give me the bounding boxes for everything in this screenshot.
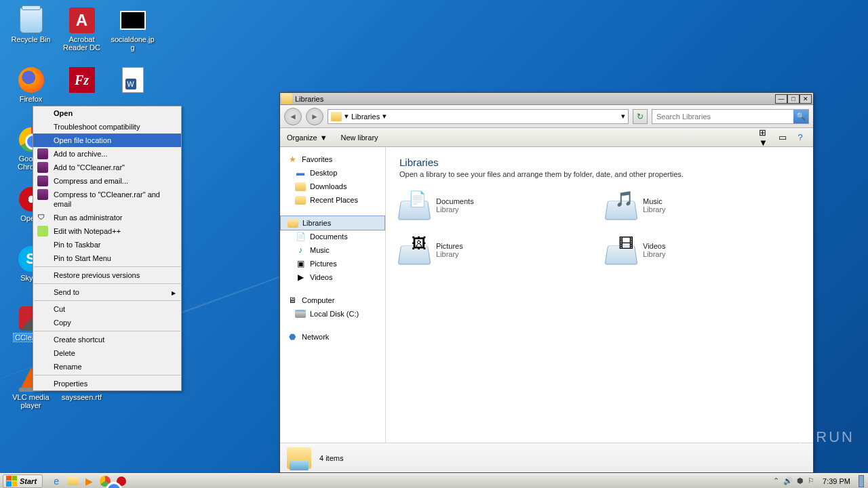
menu-item[interactable]: Rename — [33, 360, 181, 373]
nav-network[interactable]: ⬣Network — [280, 330, 385, 344]
nav-desktop[interactable]: ▬Desktop — [280, 166, 385, 180]
desktop[interactable]: Recycle Bin AAcrobat Reader DC socialdon… — [0, 0, 868, 473]
menu-item[interactable]: Open file location — [33, 134, 181, 147]
nav-local-disk[interactable]: Local Disk (C:) — [280, 307, 385, 321]
library-name: Videos — [643, 242, 666, 250]
chevron-down-icon: ▼ — [320, 134, 328, 142]
menu-item[interactable]: Troubleshoot compatibility — [33, 120, 181, 134]
filezilla-icon: Fz — [69, 67, 95, 93]
system-tray: ⌃ 🔊 ⬢ ⚐ 7:39 PM — [769, 475, 868, 487]
preview-pane-button[interactable]: ▭ — [776, 131, 789, 144]
menu-item[interactable]: Compress and email... — [33, 174, 181, 188]
menu-item[interactable]: Delete — [33, 346, 181, 360]
taskbar-media[interactable]: ▶ — [82, 475, 96, 487]
help-button[interactable]: ? — [794, 131, 806, 144]
maximize-button[interactable]: □ — [787, 94, 800, 104]
search-box[interactable]: 🔍 — [652, 109, 809, 124]
menu-item[interactable]: Add to archive... — [33, 147, 181, 161]
desktop-icon-acrobat[interactable]: AAcrobat Reader DC — [56, 5, 107, 60]
refresh-button[interactable]: ↻ — [633, 109, 648, 124]
nav-favorites[interactable]: ★Favorites — [280, 152, 385, 166]
nav-music[interactable]: ♪Music — [280, 243, 385, 257]
taskbar: Start e ▶ ⌃ 🔊 ⬢ ⚐ 7:39 PM — [0, 473, 868, 488]
menu-item[interactable]: Cut — [33, 302, 181, 316]
nav-documents[interactable]: 📄Documents — [280, 230, 385, 243]
network-icon: ⬣ — [287, 331, 298, 342]
minimize-button[interactable]: — — [775, 94, 787, 104]
title-bar[interactable]: Libraries — □ ✕ — [280, 93, 813, 105]
library-icon: 🖼 — [399, 235, 429, 265]
show-desktop-button[interactable] — [859, 475, 864, 487]
music-icon: ♪ — [295, 245, 306, 256]
rar-icon — [37, 189, 48, 200]
menu-item[interactable]: Pin to Taskbar — [33, 238, 181, 251]
tray-icon[interactable]: ⬢ — [797, 476, 804, 485]
folder-icon — [67, 476, 78, 485]
library-icon: 🎞 — [606, 235, 636, 265]
library-music[interactable]: 🎵MusicLibrary — [606, 190, 800, 220]
nav-videos[interactable]: ▶Videos — [280, 270, 385, 284]
view-options-button[interactable]: ⊞ ▼ — [759, 131, 771, 144]
taskbar-chrome[interactable] — [98, 475, 112, 487]
npp-icon — [37, 226, 48, 237]
nav-recent[interactable]: Recent Places — [280, 193, 385, 207]
search-button[interactable]: 🔍 — [793, 110, 808, 123]
menu-item[interactable]: Send to▶ — [33, 285, 181, 299]
folder-icon — [295, 182, 306, 191]
taskbar-explorer[interactable] — [66, 475, 79, 487]
star-icon: ★ — [287, 154, 298, 165]
windows-logo-icon — [6, 476, 17, 487]
desktop-icon-socialdone[interactable]: socialdone.jpg — [107, 5, 158, 60]
desktop-icon-recycle-bin[interactable]: Recycle Bin — [5, 5, 56, 60]
address-bar[interactable]: ▾ Libraries ▾ ▾ — [328, 109, 629, 124]
menu-item[interactable]: Create shortcut — [33, 333, 181, 346]
nav-computer[interactable]: 🖥Computer — [280, 293, 385, 307]
menu-item[interactable]: Compress to "CCleaner.rar" and email — [33, 188, 181, 211]
start-button[interactable]: Start — [3, 474, 43, 488]
libraries-icon — [288, 219, 298, 228]
menu-item[interactable]: Restore previous versions — [33, 268, 181, 282]
back-button[interactable]: ◄ — [284, 108, 302, 125]
menu-item[interactable]: Open — [33, 106, 181, 120]
clock[interactable]: 7:39 PM — [818, 477, 854, 485]
folder-icon — [281, 94, 292, 104]
breadcrumb[interactable]: Libraries — [351, 113, 380, 121]
volume-icon[interactable]: 🔊 — [783, 476, 793, 485]
menu-item[interactable]: Properties — [33, 377, 181, 390]
library-type: Library — [436, 205, 474, 214]
menu-item[interactable]: Copy — [33, 316, 181, 329]
window-title: Libraries — [295, 95, 775, 103]
flag-icon[interactable]: ⚐ — [808, 476, 814, 485]
menu-item[interactable]: Pin to Start Menu — [33, 251, 181, 265]
status-text: 4 items — [319, 454, 343, 462]
rar-icon — [37, 148, 48, 159]
taskbar-ie[interactable]: e — [50, 475, 63, 487]
close-button[interactable]: ✕ — [800, 94, 812, 104]
explorer-window: Libraries — □ ✕ ◄ ► ▾ Libraries ▾ ▾ ↻ 🔍 — [279, 92, 814, 473]
menu-separator — [34, 266, 180, 267]
nav-libraries[interactable]: Libraries — [280, 216, 385, 230]
library-videos[interactable]: 🎞VideosLibrary — [606, 235, 800, 265]
recycle-bin-icon — [20, 7, 43, 33]
search-input[interactable] — [652, 113, 793, 121]
pictures-icon: ▣ — [295, 258, 306, 269]
menu-item[interactable]: Add to "CCleaner.rar" — [33, 161, 181, 174]
nav-pictures[interactable]: ▣Pictures — [280, 257, 385, 270]
new-library-button[interactable]: New library — [341, 134, 378, 142]
play-icon — [800, 430, 810, 444]
library-documents[interactable]: 📄DocumentsLibrary — [399, 190, 593, 220]
desktop-icon: ▬ — [295, 167, 306, 178]
folder-icon — [331, 112, 342, 121]
library-type: Library — [436, 250, 463, 258]
menu-item[interactable]: Run as administrator🛡 — [33, 211, 181, 224]
forward-button[interactable]: ► — [306, 108, 323, 125]
nav-downloads[interactable]: Downloads — [280, 180, 385, 193]
chevron-down-icon[interactable]: ▾ — [621, 112, 625, 121]
library-pictures[interactable]: 🖼PicturesLibrary — [399, 235, 593, 265]
tray-expand-icon[interactable]: ⌃ — [773, 476, 779, 485]
organize-menu[interactable]: Organize ▼ — [287, 134, 328, 142]
content-heading: Libraries — [399, 157, 800, 168]
menu-separator — [34, 331, 180, 331]
firefox-icon — [18, 67, 44, 93]
menu-item[interactable]: Edit with Notepad++ — [33, 224, 181, 238]
